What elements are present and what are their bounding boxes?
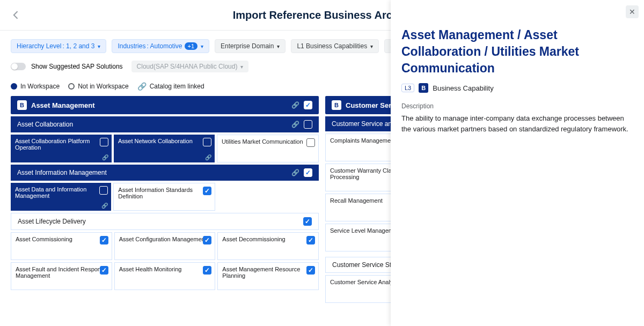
- b-badge-icon: B: [419, 83, 428, 93]
- checkbox[interactable]: [304, 101, 312, 109]
- l3-label: Asset Configuration Management: [119, 236, 207, 242]
- filter-label: L1 Business Capabilities: [297, 42, 367, 50]
- l3-asset-info-standards[interactable]: Asset Information Standards Definition: [113, 183, 215, 211]
- l3-label: Utilities Market Communication: [222, 138, 303, 145]
- link-icon: 🔗: [102, 154, 108, 160]
- page-title: Import Reference Business Archite: [233, 9, 412, 21]
- link-icon: 🔗: [101, 203, 108, 209]
- chevron-down-icon: ▾: [277, 43, 280, 49]
- b-badge-icon: B: [17, 100, 27, 110]
- legend-label: Catalog item linked: [150, 83, 204, 90]
- checkbox[interactable]: [99, 186, 108, 195]
- l3-label: Asset Network Collaboration: [118, 138, 193, 144]
- b-badge-icon: B: [332, 100, 341, 110]
- suggested-solutions-toggle[interactable]: [11, 63, 26, 70]
- level-tag: L3: [401, 84, 414, 92]
- filter-hierarchy[interactable]: Hierarchy Level: 1, 2 and 3▾: [11, 39, 106, 53]
- description-text: The ability to manage inter-company data…: [401, 113, 633, 134]
- l3-asset-mgmt-resource-planning[interactable]: Asset Management Resource Planning: [217, 262, 319, 290]
- checkbox[interactable]: [306, 266, 315, 275]
- l2-asset-lifecycle[interactable]: Asset Lifecycle Delivery: [11, 213, 319, 230]
- l3-label: Customer Warranty Claim Processing: [330, 167, 398, 180]
- link-icon: 🔗: [137, 82, 147, 91]
- legend-catalog-linked: 🔗Catalog item linked: [137, 82, 204, 91]
- l3-asset-data-info-mgmt[interactable]: Asset Data and Information Management🔗: [11, 183, 111, 211]
- l3-label: Asset Health Monitoring: [119, 266, 182, 272]
- checkbox[interactable]: [100, 138, 108, 146]
- l3-label: Asset Collaboration Platform Operation: [15, 138, 90, 151]
- chevron-down-icon: ▾: [98, 43, 100, 49]
- l1-asset-management[interactable]: B Asset Management 🔗: [11, 96, 319, 114]
- dot-empty-icon: [68, 83, 75, 90]
- l3-asset-health-monitoring[interactable]: Asset Health Monitoring: [114, 262, 216, 290]
- l3-asset-config-mgmt[interactable]: Asset Configuration Management: [114, 232, 216, 260]
- description-label: Description: [401, 102, 633, 110]
- l3-utilities-market-comm[interactable]: Utilities Market Communication: [217, 135, 319, 162]
- back-arrow-icon[interactable]: [11, 10, 21, 20]
- filter-industries-value: : Automotive: [147, 42, 182, 50]
- checkbox[interactable]: [203, 266, 211, 275]
- l3-label: Complaints Management: [330, 137, 396, 144]
- l3-label: Asset Fault and Incident Response Manage…: [16, 266, 107, 279]
- link-icon: 🔗: [291, 121, 299, 128]
- filter-l1-capabilities[interactable]: L1 Business Capabilities▾: [291, 39, 379, 53]
- filter-industries-label: Industries: [118, 42, 145, 50]
- cloud-selector[interactable]: Cloud (SAP S/4HANA Public Cloud)▾: [131, 61, 249, 72]
- checkbox[interactable]: [304, 120, 312, 129]
- l2-asset-info-mgmt[interactable]: Asset Information Management 🔗: [11, 165, 319, 181]
- legend-in-workspace: In Workspace: [11, 83, 60, 90]
- l3-label: Asset Commissioning: [16, 236, 72, 242]
- checkbox[interactable]: [304, 168, 312, 177]
- detail-panel: ✕ Asset Management / Asset Collaboration…: [391, 0, 644, 326]
- close-button[interactable]: ✕: [626, 5, 639, 18]
- l2-title: Asset Information Management: [17, 169, 107, 176]
- chevron-down-icon: ▾: [201, 43, 203, 49]
- l3-asset-commissioning[interactable]: Asset Commissioning: [11, 232, 112, 260]
- l3-asset-decommissioning[interactable]: Asset Decommissioning: [217, 232, 319, 260]
- close-icon: ✕: [629, 8, 635, 16]
- l2-title: Asset Collaboration: [17, 121, 73, 128]
- l1-title: Asset Management: [31, 101, 94, 109]
- dot-filled-icon: [11, 83, 17, 90]
- cloud-value: (SAP S/4HANA Public Cloud): [153, 63, 238, 70]
- legend-not-in-workspace: Not in Workspace: [68, 83, 128, 90]
- legend-label: In Workspace: [20, 83, 60, 90]
- filter-hierarchy-value: : 1, 2 and 3: [62, 42, 94, 50]
- capability-type: Business Capability: [433, 84, 493, 92]
- checkbox[interactable]: [203, 138, 211, 146]
- l3-asset-collab-platform-op[interactable]: Asset Collaboration Platform Operation🔗: [11, 135, 112, 162]
- l3-asset-network-collab[interactable]: Asset Network Collaboration🔗: [114, 135, 215, 162]
- checkbox[interactable]: [203, 187, 211, 195]
- suggested-solutions-label: Show Suggested SAP Solutions: [31, 63, 123, 70]
- filter-industries[interactable]: Industries: Automotive+1▾: [112, 39, 209, 53]
- l3-label: Asset Management Resource Planning: [222, 266, 300, 279]
- checkbox[interactable]: [306, 236, 315, 244]
- l3-label: Asset Information Standards Definition: [118, 187, 193, 199]
- link-icon: 🔗: [205, 154, 211, 160]
- chevron-down-icon: ▾: [370, 43, 373, 49]
- chevron-down-icon: ▾: [240, 64, 243, 70]
- filter-enterprise-domain[interactable]: Enterprise Domain▾: [215, 39, 286, 53]
- l3-label: Recall Management: [330, 197, 383, 204]
- l3-asset-fault-incident[interactable]: Asset Fault and Incident Response Manage…: [11, 262, 112, 290]
- cloud-label: Cloud: [137, 63, 153, 70]
- panel-title: Asset Management / Asset Collaboration /…: [401, 27, 633, 77]
- l2-asset-collaboration[interactable]: Asset Collaboration 🔗: [11, 116, 319, 132]
- l2-title: Asset Lifecycle Delivery: [18, 218, 86, 225]
- checkbox[interactable]: [100, 236, 108, 244]
- link-icon: 🔗: [291, 169, 299, 176]
- checkbox[interactable]: [306, 138, 315, 147]
- column-asset-management: B Asset Management 🔗 Asset Collaboration…: [11, 96, 319, 303]
- l3-label: Asset Decommissioning: [222, 236, 285, 242]
- checkbox[interactable]: [100, 266, 108, 275]
- l3-label: Asset Data and Information Management: [15, 186, 86, 199]
- filter-industries-badge: +1: [185, 42, 198, 50]
- filter-hierarchy-label: Hierarchy Level: [17, 42, 61, 50]
- checkbox[interactable]: [303, 217, 312, 226]
- link-icon: 🔗: [291, 101, 299, 109]
- filter-label: Enterprise Domain: [221, 42, 274, 50]
- legend-label: Not in Workspace: [78, 83, 128, 90]
- checkbox[interactable]: [203, 236, 211, 244]
